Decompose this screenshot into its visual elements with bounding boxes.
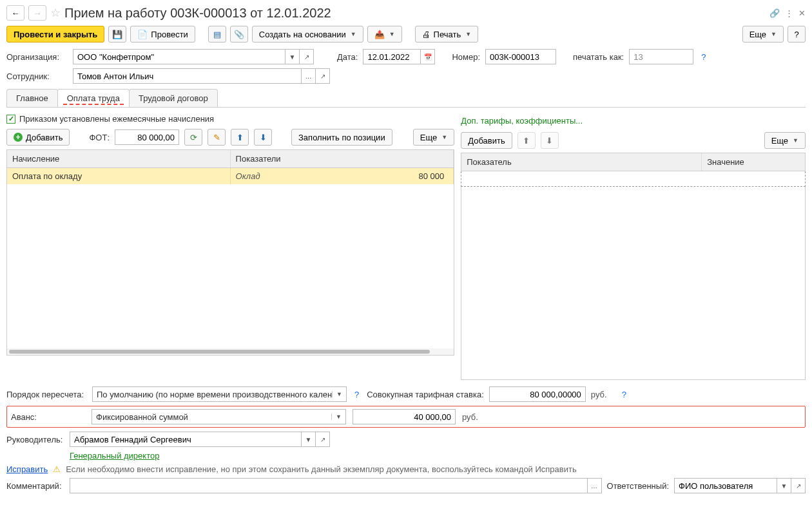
date-input[interactable] — [363, 49, 421, 64]
warning-icon: ⚠ — [53, 464, 61, 474]
open-icon[interactable]: ↗ — [300, 49, 314, 64]
employee-input[interactable] — [73, 68, 302, 84]
manager-title-link[interactable]: Генеральный директор — [70, 451, 159, 461]
open-icon[interactable]: ↗ — [316, 68, 330, 84]
employee-label: Сотрудник: — [6, 71, 68, 81]
advance-type-select[interactable]: Фиксированной суммой ▼ — [92, 409, 346, 424]
attach-button[interactable]: 📎 — [230, 26, 248, 43]
favorite-star-icon[interactable]: ☆ — [50, 6, 61, 20]
paperclip-icon: 📎 — [234, 30, 244, 39]
rate-label: Совокупная тарифная ставка: — [367, 390, 484, 399]
currency-label: руб. — [462, 412, 485, 422]
ellipsis-icon[interactable]: … — [588, 478, 602, 493]
open-icon[interactable]: ↗ — [316, 432, 330, 447]
move-down-button[interactable]: ⬇ — [254, 129, 272, 146]
cell-indicator-name: Оклад — [236, 171, 391, 181]
chevron-down-icon: ▼ — [389, 31, 395, 37]
date-label: Дата: — [337, 52, 358, 62]
fix-link[interactable]: Исправить — [6, 464, 48, 474]
add-accrual-button[interactable]: +Добавить — [6, 129, 70, 146]
toolbar-more-button[interactable]: Еще▼ — [742, 26, 784, 43]
responsible-input[interactable] — [674, 478, 777, 493]
number-input[interactable] — [485, 49, 556, 64]
recalc-select[interactable]: По умолчанию (по норме времени производс… — [92, 386, 347, 402]
report-icon: ▤ — [213, 30, 221, 39]
right-move-down-button[interactable]: ⬇ — [541, 132, 559, 149]
move-up-button[interactable]: ⬆ — [231, 129, 249, 146]
help-icon[interactable]: ? — [619, 390, 629, 399]
print-as-label: печатать как: — [573, 52, 624, 62]
fix-hint: Если необходимо внести исправление, но п… — [66, 464, 576, 474]
folder-dropdown-button[interactable]: 📤▼ — [367, 26, 402, 43]
chevron-down-icon: ▼ — [793, 137, 798, 144]
add-rate-button[interactable]: Добавить — [461, 132, 512, 149]
advance-amount-input[interactable] — [353, 409, 456, 424]
post-icon: 📄 — [137, 30, 148, 39]
chevron-down-icon: ▼ — [771, 31, 777, 37]
printer-icon: 🖨 — [422, 30, 430, 39]
comment-input[interactable] — [70, 478, 588, 493]
horizontal-scrollbar[interactable] — [7, 348, 454, 355]
print-as-input[interactable] — [629, 49, 693, 64]
fill-by-position-button[interactable]: Заполнить по позиции — [291, 129, 392, 146]
open-icon[interactable]: ↗ — [791, 478, 806, 493]
extra-rates-link[interactable]: Доп. тарифы, коэффициенты... — [461, 116, 583, 126]
org-input[interactable] — [73, 49, 285, 64]
refresh-icon: ⟳ — [190, 133, 197, 142]
arrow-up-icon: ⬆ — [523, 136, 530, 146]
floppy-icon: 💾 — [112, 30, 122, 39]
close-icon[interactable]: ✕ — [798, 8, 806, 18]
left-more-button[interactable]: Еще▼ — [413, 129, 454, 146]
print-button[interactable]: 🖨Печать▼ — [415, 26, 479, 43]
calendar-icon[interactable]: 📅 — [421, 49, 435, 64]
fot-label: ФОТ: — [89, 133, 110, 142]
save-button[interactable]: 💾 — [108, 26, 126, 43]
manager-label: Руководитель: — [6, 435, 64, 444]
cell-accrual-name: Оплата по окладу — [7, 168, 231, 184]
ellipsis-icon[interactable]: … — [302, 68, 316, 84]
tab-main[interactable]: Главное — [6, 89, 58, 107]
arrow-up-icon: ⬆ — [237, 133, 244, 142]
help-icon[interactable]: ? — [699, 52, 708, 62]
right-more-button[interactable]: Еще▼ — [764, 132, 806, 149]
rate-input[interactable] — [489, 386, 586, 402]
post-and-close-button[interactable]: Провести и закрыть — [6, 26, 104, 43]
table-row[interactable]: Оплата по окладу Оклад 80 000 — [7, 168, 454, 184]
right-move-up-button[interactable]: ⬆ — [517, 132, 536, 149]
tab-contract[interactable]: Трудовой договор — [129, 89, 218, 107]
nav-fwd-button[interactable]: → — [28, 5, 46, 21]
accruals-grid: Начисление Показатели Оплата по окладу О… — [6, 149, 454, 356]
fot-input[interactable] — [115, 129, 179, 145]
advance-label: Аванс: — [11, 412, 85, 422]
col-accrual-header[interactable]: Начисление — [7, 150, 231, 167]
create-based-button[interactable]: Создать на основании▼ — [252, 26, 363, 43]
recalc-label: Порядок пересчета: — [6, 390, 87, 399]
pencil-icon: ✎ — [213, 133, 220, 142]
manager-input[interactable] — [70, 432, 302, 447]
rates-grid-body[interactable] — [461, 187, 806, 380]
col-indicator-header[interactable]: Показатель — [461, 153, 702, 171]
monthly-accruals-checkbox[interactable]: ✓ — [6, 115, 15, 124]
responsible-label: Ответственный: — [607, 481, 669, 491]
report-button[interactable]: ▤ — [208, 26, 226, 43]
page-title: Прием на работу 003К-000013 от 12.01.202… — [64, 6, 331, 21]
help-icon[interactable]: ? — [352, 390, 362, 399]
arrow-down-icon: ⬇ — [260, 133, 267, 142]
post-button[interactable]: 📄Провести — [130, 26, 195, 43]
dropdown-icon[interactable]: ▼ — [777, 478, 791, 493]
col-value-header[interactable]: Значение — [702, 153, 805, 171]
nav-back-button[interactable]: ← — [6, 5, 24, 21]
kebab-icon[interactable]: ⋮ — [785, 8, 793, 18]
help-button[interactable]: ? — [788, 26, 806, 43]
col-indicators-header[interactable]: Показатели — [231, 150, 454, 167]
chevron-down-icon: ▼ — [441, 134, 447, 140]
edit-button[interactable]: ✎ — [208, 129, 226, 146]
dropdown-icon[interactable]: ▼ — [302, 432, 316, 447]
dropdown-icon[interactable]: ▼ — [285, 49, 300, 64]
comment-label: Комментарий: — [6, 481, 64, 491]
tab-payroll[interactable]: Оплата труда — [57, 89, 130, 107]
new-row-input[interactable] — [461, 171, 806, 187]
refresh-button[interactable]: ⟳ — [184, 129, 202, 146]
link-icon[interactable]: 🔗 — [769, 8, 780, 18]
org-label: Организация: — [6, 52, 68, 62]
